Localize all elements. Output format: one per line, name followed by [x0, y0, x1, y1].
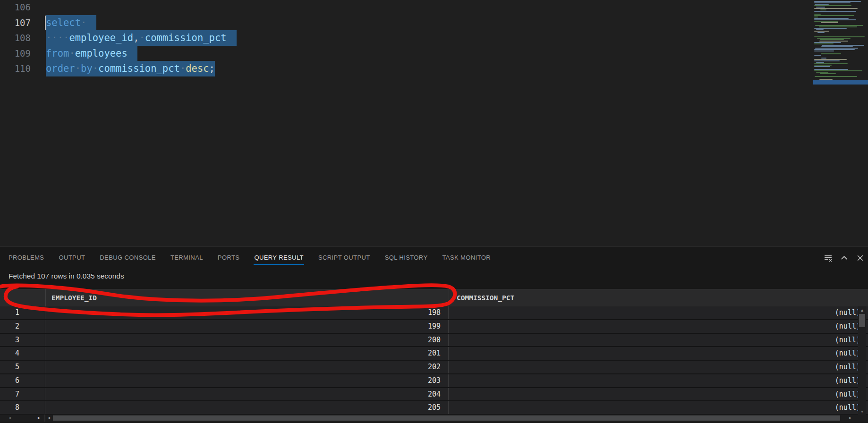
minimap-line — [814, 21, 838, 22]
tab-query-result[interactable]: QUERY RESULT — [254, 252, 304, 265]
minimap-line — [814, 42, 841, 43]
code-token: order — [46, 63, 75, 74]
row-number-scrollbar[interactable]: ◂ ▸ — [0, 415, 45, 422]
scroll-left-icon[interactable]: ◂ — [9, 415, 11, 420]
minimap-selection-highlight — [813, 80, 868, 85]
table-row[interactable]: 2199(null) — [0, 320, 868, 334]
code-token: · — [180, 63, 186, 74]
tab-terminal[interactable]: TERMINAL — [170, 252, 204, 265]
table-row[interactable]: 7204(null) — [0, 388, 868, 402]
line-number: 107 — [0, 15, 31, 31]
scroll-left-icon[interactable]: ◂ — [48, 415, 50, 420]
tab-script-output[interactable]: SCRIPT OUTPUT — [318, 252, 371, 265]
tab-sql-history[interactable]: SQL HISTORY — [384, 252, 428, 265]
scroll-down-icon[interactable]: ▾ — [858, 409, 866, 414]
bottom-panel: PROBLEMSOUTPUTDEBUG CONSOLETERMINALPORTS… — [0, 246, 868, 423]
row-number-cell: 2 — [0, 320, 45, 333]
code-line[interactable] — [46, 0, 237, 15]
code-line[interactable]: from·employees — [46, 46, 237, 61]
minimap-line — [814, 69, 848, 70]
editor[interactable]: 106107108109110 select·····employee_id,·… — [0, 0, 868, 246]
minimap-line — [819, 26, 857, 27]
row-number-cell: 3 — [0, 334, 45, 347]
minimap-line — [821, 53, 841, 54]
employee-id-cell: 198 — [45, 306, 449, 319]
vertical-scrollbar-thumb[interactable] — [859, 314, 865, 327]
minimap-line — [820, 9, 826, 10]
close-panel-icon[interactable] — [856, 254, 864, 262]
vertical-scrollbar[interactable]: ▴ ▾ — [858, 306, 866, 415]
minimap-line — [814, 59, 847, 60]
minimap-line — [814, 28, 847, 29]
tab-problems[interactable]: PROBLEMS — [8, 252, 44, 265]
minimap-line — [816, 62, 824, 63]
tab-task-monitor[interactable]: TASK MONITOR — [442, 252, 491, 265]
code-token: commission_pct — [98, 63, 180, 74]
minimap-line — [815, 25, 863, 26]
minimap-line — [814, 51, 834, 51]
table-row[interactable]: 8205(null) — [0, 401, 868, 415]
scroll-right-icon[interactable]: ▸ — [849, 415, 851, 420]
table-row[interactable]: 6203(null) — [0, 374, 868, 388]
minimap-line — [814, 31, 829, 32]
clear-output-icon[interactable] — [824, 254, 832, 262]
tab-debug-console[interactable]: DEBUG CONSOLE — [99, 252, 156, 265]
minimap-line — [814, 17, 818, 17]
minimap-line — [814, 66, 830, 67]
employee-id-cell: 199 — [45, 320, 449, 333]
minimap-line — [821, 22, 838, 23]
table-row[interactable]: 4201(null) — [0, 347, 868, 361]
horizontal-scrollbar-thumb[interactable] — [53, 415, 840, 421]
code-token: ···· — [46, 32, 69, 43]
row-number-cell: 6 — [0, 374, 45, 387]
minimap-line — [814, 14, 821, 15]
column-header-employee-id[interactable]: EMPLOYEE_ID — [45, 289, 449, 306]
commission-pct-cell: (null) — [449, 388, 868, 401]
minimap[interactable] — [813, 0, 868, 93]
commission-pct-cell: (null) — [449, 401, 868, 414]
commission-pct-cell: (null) — [449, 374, 868, 387]
minimap-line — [814, 63, 848, 64]
horizontal-scrollbar[interactable]: ◂ ▸ ◂ ▸ — [0, 415, 868, 422]
editor-code[interactable]: select·····employee_id,·commission_pctfr… — [46, 0, 237, 76]
minimap-line — [821, 46, 852, 47]
commission-pct-cell: (null) — [449, 320, 868, 333]
code-line[interactable]: ····employee_id,·commission_pct — [46, 30, 237, 46]
minimap-line — [817, 32, 825, 33]
code-line[interactable]: order·by·commission_pct·desc; — [46, 61, 237, 76]
code-token: · — [81, 17, 86, 28]
code-token: from — [46, 48, 69, 59]
minimap-line — [814, 49, 855, 50]
minimap-line — [816, 29, 824, 30]
minimap-line — [814, 60, 840, 61]
table-row[interactable]: 3200(null) — [0, 334, 868, 347]
line-number: 109 — [0, 46, 31, 61]
code-token: ; — [209, 63, 215, 74]
panel-actions — [824, 254, 864, 262]
minimap-line — [820, 73, 836, 74]
table-row[interactable]: 5202(null) — [0, 361, 868, 374]
scroll-right-icon[interactable]: ▸ — [38, 415, 40, 420]
minimap-line — [819, 79, 832, 80]
minimap-line — [814, 36, 865, 37]
code-token: commission_pct — [145, 32, 227, 43]
code-token: · — [93, 63, 98, 74]
tab-ports[interactable]: PORTS — [217, 252, 240, 265]
table-row[interactable]: 1198(null) — [0, 306, 868, 320]
column-header-commission-pct[interactable]: COMMISSION_PCT — [449, 289, 868, 306]
minimap-line — [815, 76, 857, 77]
commission-pct-cell: (null) — [449, 361, 868, 373]
tab-output[interactable]: OUTPUT — [58, 252, 85, 265]
text-cursor — [45, 16, 46, 30]
code-token: by — [81, 63, 93, 74]
scroll-up-icon[interactable]: ▴ — [858, 307, 866, 313]
minimap-line — [814, 2, 851, 3]
minimap-line — [814, 5, 851, 6]
row-number-column-header — [0, 289, 45, 306]
maximize-panel-icon[interactable] — [840, 254, 848, 262]
minimap-line — [815, 4, 829, 5]
minimap-line — [819, 41, 848, 42]
code-line[interactable]: select· — [46, 15, 237, 31]
code-token: select — [46, 17, 81, 28]
commission-pct-cell: (null) — [449, 306, 868, 319]
